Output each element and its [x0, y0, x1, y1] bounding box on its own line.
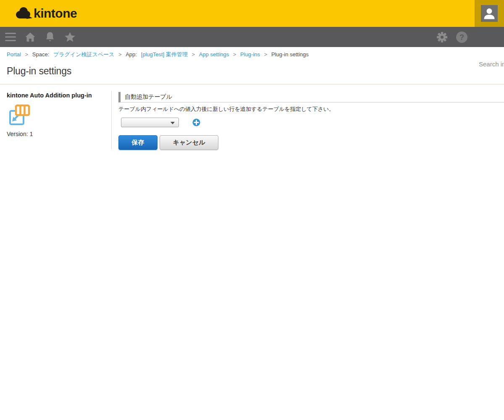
user-avatar[interactable]	[481, 5, 498, 22]
breadcrumb-separator: >	[118, 51, 122, 58]
breadcrumb-space-prefix: Space:	[32, 51, 49, 58]
section-title: 自動追加テーブル	[118, 92, 504, 102]
section-description: テーブル内フィールドへの値入力後に新しい行を追加するテーブルを指定して下さい。	[118, 105, 504, 113]
favorites-button[interactable]	[63, 27, 76, 47]
help-icon: ?	[456, 31, 468, 43]
table-select[interactable]	[121, 118, 179, 127]
home-button[interactable]	[24, 27, 37, 47]
search-input[interactable]	[474, 54, 504, 74]
kintone-logo[interactable]: kintone	[14, 0, 77, 27]
settings-gear-icon	[436, 32, 448, 43]
plugin-name: kintone Auto Addition plug-in	[7, 92, 108, 99]
notification-bell-icon	[45, 32, 55, 42]
help-button[interactable]: ?	[454, 27, 469, 47]
question-mark-glyph: ?	[459, 33, 464, 42]
breadcrumb-link-portal[interactable]: Portal	[7, 51, 21, 58]
plugin-settings-form: 自動追加テーブル テーブル内フィールドへの値入力後に新しい行を追加するテーブルを…	[118, 92, 504, 150]
breadcrumb-link-app-settings[interactable]: App settings	[199, 51, 229, 58]
user-avatar-icon	[481, 5, 498, 22]
dropdown-arrow-icon	[171, 122, 175, 124]
breadcrumb-separator: >	[233, 51, 236, 58]
breadcrumb-link-space[interactable]: プラグイン検証スペース	[53, 51, 114, 58]
breadcrumb-current: Plug-in settings	[271, 51, 309, 58]
kintone-window: kintone	[0, 0, 504, 420]
favorite-star-icon	[64, 32, 76, 42]
plugin-info-panel: kintone Auto Addition plug-in Version: 1	[7, 92, 108, 137]
cancel-button[interactable]: キャンセル	[160, 135, 218, 150]
form-actions: 保存 キャンセル	[118, 135, 504, 150]
breadcrumb-link-plugins[interactable]: Plug-ins	[240, 51, 260, 58]
add-table-button[interactable]	[192, 118, 200, 126]
breadcrumb-separator: >	[25, 51, 29, 58]
account-area	[475, 0, 504, 27]
save-button[interactable]: 保存	[118, 135, 158, 150]
plus-circle-icon	[192, 118, 200, 126]
kintone-logo-text: kintone	[34, 6, 77, 21]
home-icon	[25, 32, 36, 42]
breadcrumb-separator: >	[264, 51, 268, 58]
kintone-cloud-icon	[14, 6, 33, 21]
sidebar-divider	[111, 91, 112, 149]
breadcrumb-link-app[interactable]: [plugTest] 案件管理	[141, 51, 188, 58]
table-select-row	[121, 118, 504, 127]
title-divider	[0, 84, 504, 84]
notifications-button[interactable]	[43, 27, 57, 47]
plugin-version: Version: 1	[7, 131, 108, 137]
table-select-value	[121, 118, 178, 119]
global-nav: ?	[0, 27, 504, 47]
top-header: kintone	[0, 0, 504, 27]
page-title: Plug-in settings	[7, 66, 71, 77]
hamburger-menu-icon	[5, 32, 16, 42]
menu-button[interactable]	[4, 27, 17, 47]
settings-button[interactable]	[435, 27, 449, 47]
breadcrumb-separator: >	[192, 51, 195, 58]
plugin-icon	[8, 104, 30, 126]
breadcrumb: Portal > Space: プラグイン検証スペース > App: [plug…	[7, 51, 311, 58]
breadcrumb-app-prefix: App:	[126, 51, 137, 58]
